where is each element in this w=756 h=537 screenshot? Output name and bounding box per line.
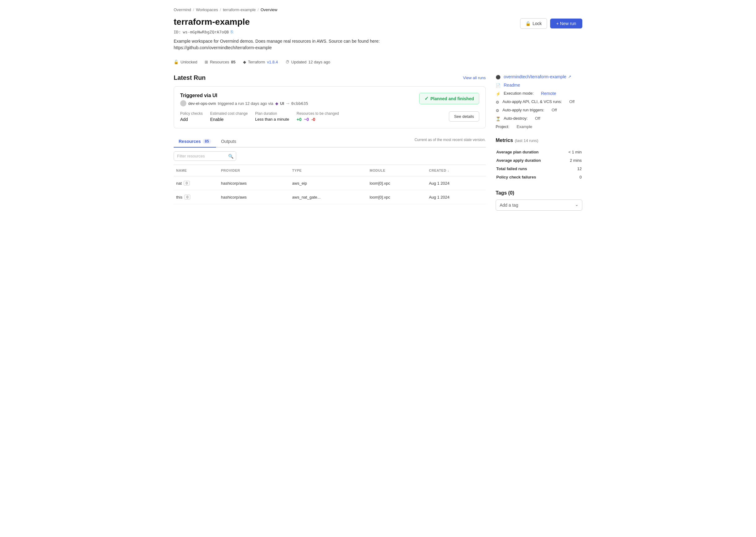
view-all-runs-link[interactable]: View all runs xyxy=(463,75,486,80)
module-cell: loom[0].vpc xyxy=(367,190,426,204)
policy-failures-value: 0 xyxy=(562,173,582,181)
col-created[interactable]: CREATED ↓ xyxy=(426,165,486,176)
tags-select-wrap: Add a tag xyxy=(496,199,582,211)
latest-run-header: Latest Run View all runs xyxy=(174,74,486,81)
breadcrumb-overmind[interactable]: Overmind xyxy=(174,7,191,12)
created-cell: Aug 1 2024 xyxy=(426,176,486,190)
destroy-count: -0 xyxy=(311,117,315,122)
workspace-id: ID: ws-mGpNwRbgZQrA7oQB ⎘ xyxy=(174,29,380,34)
external-link-icon: ↗ xyxy=(568,74,571,79)
run-trigger-title: Triggered via UI xyxy=(180,93,308,98)
provider-cell: hashicorp/aws xyxy=(219,190,290,204)
clock-icon: ⏱ xyxy=(286,60,289,64)
metrics-title: Metrics (last 14 runs) xyxy=(496,138,582,143)
resource-name-cell: nat 0 xyxy=(174,176,219,190)
avatar xyxy=(180,100,186,106)
plan-duration-label: Plan duration xyxy=(255,111,289,116)
total-failed-label: Total failed runs xyxy=(496,165,561,173)
resources-count: 85 xyxy=(231,60,235,64)
lock-icon: 🔒 xyxy=(525,21,531,26)
resources-label: Resources xyxy=(210,60,229,64)
avg-plan-row: Average plan duration < 1 min xyxy=(496,148,582,156)
resources-table: NAME PROVIDER TYPE MODULE CREATED ↓ nat xyxy=(174,165,486,204)
filter-input-wrap: 🔍 xyxy=(174,151,236,161)
lock-button[interactable]: 🔒 Lock xyxy=(520,18,547,29)
see-details-button[interactable]: See details xyxy=(449,111,479,122)
settings2-icon: ⚙ xyxy=(496,108,499,113)
policy-failures-row: Policy check failures 0 xyxy=(496,173,582,181)
meta-lock-status: 🔓 Unlocked xyxy=(174,60,197,64)
workspace-description: Example workspace for Overmind demos. Do… xyxy=(174,38,380,51)
run-card-header: Triggered via UI dev-el-ops-ovm triggere… xyxy=(180,93,479,106)
commit-hash: 0cbb635 xyxy=(291,101,308,106)
cost-change-value: Enable xyxy=(210,117,248,122)
page-header: terraform-example ID: ws-mGpNwRbgZQrA7oQ… xyxy=(174,17,582,51)
trigger-via: UI xyxy=(280,101,284,106)
sidebar-github-section: ⚫ overmindtech/terraform-example ↗ 📄 Rea… xyxy=(496,74,582,129)
copy-icon[interactable]: ⎘ xyxy=(231,29,233,34)
sidebar-auto-apply-row: ⚙ Auto-apply API, CLI, & VCS runs: Off xyxy=(496,99,582,104)
sidebar-github-row: ⚫ overmindtech/terraform-example ↗ xyxy=(496,74,582,79)
lock-status-label: Unlocked xyxy=(181,60,197,64)
resource-name-cell: this 0 xyxy=(174,190,219,204)
meta-bar: 🔓 Unlocked ⊞ Resources 85 ◆ Terraform v1… xyxy=(174,60,582,64)
avg-plan-label: Average plan duration xyxy=(496,148,561,156)
run-trigger-info: Triggered via UI dev-el-ops-ovm triggere… xyxy=(180,93,308,106)
resources-tab-badge: 85 xyxy=(203,139,211,144)
github-link[interactable]: overmindtech/terraform-example ↗ xyxy=(504,74,571,79)
resources-to-change-label: Resources to be changed xyxy=(296,111,441,116)
sidebar-auto-apply-triggers-row: ⚙ Auto-apply run triggers: Off xyxy=(496,108,582,113)
type-cell: aws_eip xyxy=(290,176,367,190)
auto-apply-triggers-value: Off xyxy=(552,108,557,112)
execution-mode-link[interactable]: Remote xyxy=(541,91,556,96)
sort-icon: ↓ xyxy=(447,169,449,172)
auto-apply-value: Off xyxy=(569,99,575,104)
readme-icon: 📄 xyxy=(496,83,501,88)
col-provider: PROVIDER xyxy=(219,165,290,176)
table-row: nat 0 hashicorp/aws aws_eip loom[0].vpc … xyxy=(174,176,486,190)
meta-updated: ⏱ Updated 12 days ago xyxy=(286,60,330,64)
add-count: +0 xyxy=(296,117,301,122)
check-icon: ✓ xyxy=(424,96,428,102)
policy-checks-value: Add xyxy=(180,117,203,122)
provider-cell: hashicorp/aws xyxy=(219,176,290,190)
filter-resources-input[interactable] xyxy=(174,151,236,161)
resource-badge: 0 xyxy=(184,181,190,186)
header-left: terraform-example ID: ws-mGpNwRbgZQrA7oQ… xyxy=(174,17,380,51)
breadcrumb-overview: Overview xyxy=(261,7,277,12)
updated-value: 12 days ago xyxy=(308,60,330,64)
resource-badge: 0 xyxy=(184,194,190,199)
plan-duration-group: Plan duration Less than a minute xyxy=(255,111,289,122)
new-run-button[interactable]: + New run xyxy=(550,19,582,28)
run-details: Policy checks Add Estimated cost change … xyxy=(180,111,479,122)
filter-bar: 🔍 xyxy=(174,147,486,165)
tab-outputs[interactable]: Outputs xyxy=(216,136,241,147)
cost-change-group: Estimated cost change Enable xyxy=(210,111,248,122)
policy-failures-label: Policy check failures xyxy=(496,173,561,181)
module-cell: loom[0].vpc xyxy=(367,176,426,190)
created-cell: Aug 1 2024 xyxy=(426,190,486,204)
metrics-subtitle: (last 14 runs) xyxy=(515,138,538,143)
type-cell: aws_nat_gate... xyxy=(290,190,367,204)
bolt-icon: ⚡ xyxy=(496,92,501,96)
table-row: this 0 hashicorp/aws aws_nat_gate... loo… xyxy=(174,190,486,204)
run-status-badge: ✓ Planned and finished xyxy=(419,93,479,104)
avg-apply-label: Average apply duration xyxy=(496,156,561,164)
metrics-table: Average plan duration < 1 min Average ap… xyxy=(496,147,582,182)
resource-tabs: Resources 85 Outputs xyxy=(174,136,415,147)
add-tag-select[interactable]: Add a tag xyxy=(496,199,582,211)
avg-plan-value: < 1 min xyxy=(562,148,582,156)
terraform-small-icon: ◆ xyxy=(275,101,278,106)
breadcrumb-workspaces[interactable]: Workspaces xyxy=(196,7,218,12)
breadcrumb-terraform-example[interactable]: terraform-example xyxy=(223,7,256,12)
terraform-version-link[interactable]: v1.8.4 xyxy=(267,60,278,64)
total-failed-row: Total failed runs 12 xyxy=(496,165,582,173)
main-layout: Latest Run View all runs Triggered via U… xyxy=(174,74,582,219)
sidebar-project-row: Project: Example xyxy=(496,124,582,129)
readme-link[interactable]: Readme xyxy=(504,83,520,88)
run-card: Triggered via UI dev-el-ops-ovm triggere… xyxy=(174,86,486,128)
settings-icon: ⚙ xyxy=(496,100,499,104)
policy-checks-group: Policy checks Add xyxy=(180,111,203,122)
state-hint: Current as of the most recent state vers… xyxy=(415,138,486,145)
tab-resources[interactable]: Resources 85 xyxy=(174,136,216,147)
